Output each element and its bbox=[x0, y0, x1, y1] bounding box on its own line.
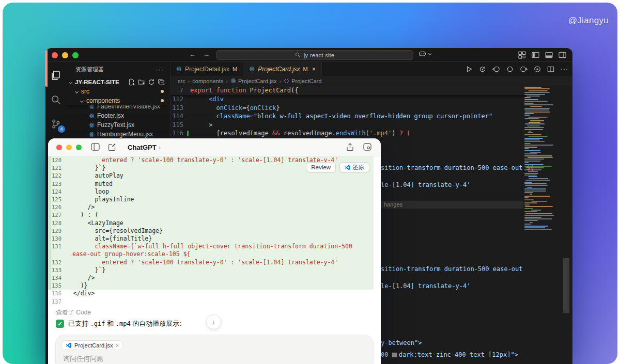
run-file-icon[interactable] bbox=[466, 66, 473, 73]
refresh-icon[interactable] bbox=[148, 78, 155, 86]
attached-file-chip[interactable]: ProjectCard.jsx × bbox=[61, 340, 123, 350]
minimap-line bbox=[524, 155, 552, 156]
line-number: 133 bbox=[51, 266, 66, 274]
chatgpt-model-menu[interactable]: ChatGPT › bbox=[128, 144, 161, 151]
editor-scrollbar[interactable] bbox=[563, 258, 569, 313]
collapse-folders-icon[interactable] bbox=[158, 78, 165, 86]
inline-code: .mp4 bbox=[116, 320, 131, 327]
minimap-line bbox=[524, 224, 531, 225]
zoom-window-button[interactable] bbox=[72, 52, 79, 58]
minimap-line bbox=[524, 138, 543, 139]
rerun-icon[interactable] bbox=[479, 66, 486, 73]
file-item-HamburgerMenu.jsx[interactable]: HamburgerMenu.jsx bbox=[66, 130, 170, 139]
breadcrumb-item-components[interactable]: components bbox=[192, 78, 223, 84]
minimap-line bbox=[529, 90, 548, 91]
assistant-message: ✓ 已支持 .gif 和 .mp4 的自动播放展示: bbox=[56, 319, 181, 328]
new-chat-icon[interactable] bbox=[108, 143, 116, 151]
react-file-icon bbox=[176, 66, 182, 72]
close-window-button[interactable] bbox=[52, 52, 58, 58]
breadcrumb-label: ProjectCard.jsx bbox=[238, 78, 277, 84]
breadcrumb-item-ProjectCard[interactable]: ProjectCard bbox=[284, 78, 321, 84]
minimap-line bbox=[525, 185, 548, 186]
zoom-window-button[interactable] bbox=[76, 145, 82, 150]
breadcrumb-separator: › bbox=[226, 78, 228, 84]
review-button[interactable]: Review bbox=[306, 162, 336, 172]
breadcrumb-item-ProjectCard.jsx[interactable]: ProjectCard.jsx bbox=[230, 78, 277, 84]
color-swatch bbox=[392, 353, 397, 357]
code-view: 7export function ProjectCard({112 <div11… bbox=[171, 86, 535, 146]
minimap-line bbox=[529, 131, 531, 132]
code-line-115[interactable]: 115 > bbox=[171, 121, 535, 130]
run-below-icon[interactable] bbox=[534, 66, 541, 73]
react-file-icon bbox=[89, 132, 95, 137]
diff-line-text: muted bbox=[66, 180, 113, 187]
search-view-icon[interactable] bbox=[50, 93, 62, 106]
share-icon[interactable] bbox=[346, 143, 354, 151]
diff-line-text: entered ? 'scale-100 translate-y-0' : 's… bbox=[66, 259, 338, 266]
toggle-primary-sidebar-icon[interactable] bbox=[532, 51, 539, 59]
tab-ProjectDetail.jsx[interactable]: ProjectDetail.jsxM bbox=[171, 62, 243, 76]
code-line-112[interactable]: 112 <div bbox=[171, 95, 535, 104]
toggle-panel-icon[interactable] bbox=[545, 51, 553, 59]
code-line-7[interactable]: 7export function ProjectCard({ bbox=[171, 86, 535, 95]
code-line-113[interactable]: 113 onClick={onClick} bbox=[171, 104, 535, 113]
source-control-icon[interactable]: 4 bbox=[50, 118, 62, 130]
split-editor-icon[interactable] bbox=[547, 66, 554, 73]
customize-layout-icon[interactable] bbox=[518, 51, 526, 59]
minimap-line bbox=[528, 176, 537, 177]
new-folder-icon[interactable] bbox=[138, 78, 145, 86]
nav-forward-circle-icon[interactable] bbox=[520, 66, 528, 73]
tab-ProjectCard.jsx[interactable]: ProjectCard.jsxM× bbox=[243, 62, 322, 76]
inline-code: .gif bbox=[90, 320, 105, 327]
changes-widget[interactable]: hanges bbox=[381, 201, 523, 209]
close-window-button[interactable] bbox=[56, 145, 62, 150]
minimap-line bbox=[525, 123, 545, 124]
modified-dot bbox=[161, 99, 164, 102]
minimap[interactable] bbox=[524, 87, 559, 231]
diff-code-block: 120 entered ? 'scale-100 translate-y-0' … bbox=[48, 156, 374, 306]
folder-item-src[interactable]: src bbox=[66, 87, 170, 96]
minimap-line bbox=[530, 194, 532, 195]
minimap-line bbox=[524, 164, 544, 165]
more-actions-icon[interactable]: ··· bbox=[561, 66, 568, 73]
breadcrumb-item-src[interactable]: src bbox=[178, 78, 185, 84]
breadcrumb-separator: › bbox=[280, 78, 282, 84]
circle-icon[interactable] bbox=[506, 66, 514, 73]
minimap-line bbox=[524, 217, 541, 218]
file-item-Footer.jsx[interactable]: Footer.jsx bbox=[66, 111, 170, 120]
diff-line-127: 127 ) : ( bbox=[48, 211, 374, 219]
folder-item-components[interactable]: components bbox=[66, 96, 170, 105]
navigate-forward-icon[interactable]: → bbox=[203, 51, 210, 58]
minimap-line bbox=[524, 141, 545, 142]
file-item-FuzzyText.jsx[interactable]: FuzzyText.jsx bbox=[66, 120, 170, 130]
explorer-icon[interactable] bbox=[50, 69, 62, 82]
explorer-more-actions-icon[interactable]: ··· bbox=[156, 66, 164, 73]
temporary-chat-icon[interactable] bbox=[363, 143, 371, 151]
restore-button[interactable]: 还原 bbox=[339, 162, 369, 172]
minimap-line bbox=[524, 227, 545, 228]
diff-line-126: 126 /> bbox=[48, 203, 374, 211]
code-line-114[interactable]: 114 className="block w-full aspect-video… bbox=[171, 112, 535, 121]
explorer-title: 资源管理器 bbox=[75, 66, 104, 73]
nav-back-circle-icon[interactable] bbox=[492, 66, 500, 73]
line-number: 137 bbox=[51, 298, 66, 306]
minimize-window-button[interactable] bbox=[62, 52, 68, 58]
remove-chip-icon[interactable]: × bbox=[116, 342, 119, 349]
diff-line-text: /> bbox=[66, 274, 95, 281]
command-center-search[interactable]: jy-react-site bbox=[216, 50, 413, 60]
explorer-root-folder[interactable]: JY-REACT-SITE bbox=[66, 77, 170, 87]
scroll-to-bottom-button[interactable]: ↓ bbox=[206, 314, 221, 329]
minimap-line bbox=[524, 229, 552, 230]
new-file-icon[interactable] bbox=[128, 78, 135, 86]
minimap-line bbox=[524, 104, 553, 105]
minimap-line bbox=[524, 115, 530, 116]
minimize-window-button[interactable] bbox=[66, 145, 72, 150]
copilot-menu[interactable] bbox=[419, 51, 432, 57]
close-tab-icon[interactable]: × bbox=[312, 66, 316, 73]
minimap-line bbox=[529, 122, 540, 123]
navigate-back-icon[interactable]: ← bbox=[189, 51, 196, 58]
code-line-116[interactable]: 116 {resolvedImage && resolvedImage.ends… bbox=[171, 129, 535, 138]
toggle-sidebar-icon[interactable] bbox=[91, 143, 100, 151]
toggle-secondary-sidebar-icon[interactable] bbox=[559, 51, 566, 59]
chat-input[interactable]: ProjectCard.jsx × 询问任何问题 bbox=[55, 335, 374, 364]
